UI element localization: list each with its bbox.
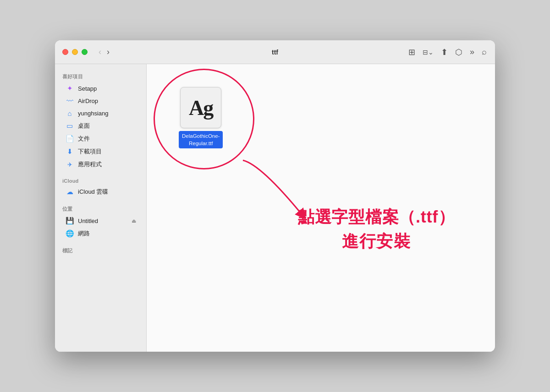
sidebar-item-downloads[interactable]: ⬇ 下載項目 — [58, 145, 143, 158]
arrow-graphic — [238, 156, 330, 224]
main-content: 喜好項目 ✦ Setapp 〰 AirDrop ⌂ yunghsiang ▭ 桌… — [55, 64, 495, 352]
sidebar-item-label: 下載項目 — [78, 147, 102, 156]
maximize-button[interactable] — [82, 49, 88, 55]
downloads-icon: ⬇ — [65, 147, 74, 156]
sidebar-item-label: 應用程式 — [78, 160, 102, 169]
more-icon[interactable]: » — [469, 46, 475, 58]
annotation: 點選字型檔案（.ttf） 進行安裝 — [298, 206, 455, 253]
annotation-line1: 點選字型檔案（.ttf） — [298, 206, 455, 229]
sidebar-item-network[interactable]: 🌐 網路 — [58, 227, 143, 240]
airdrop-icon: 〰 — [65, 97, 74, 105]
setapp-icon: ✦ — [65, 84, 74, 93]
sidebar-item-icloud[interactable]: ☁ iCloud 雲碟 — [58, 185, 143, 198]
favorites-label: 喜好項目 — [55, 71, 146, 82]
desktop-icon: ▭ — [65, 122, 74, 130]
finder-window: ‹ › ttf ⊞ ⊟⌄ ⬆ ⬡ » ⌕ 喜好項目 ✦ Setapp 〰 Air… — [55, 40, 495, 352]
close-button[interactable] — [62, 49, 68, 55]
sidebar-item-label: Setapp — [78, 85, 97, 92]
sidebar-item-label: 桌面 — [78, 122, 90, 130]
sidebar-item-label: AirDrop — [78, 98, 98, 104]
eject-icon[interactable]: ⏏ — [132, 218, 136, 224]
icloud-label: iCloud — [55, 175, 146, 185]
file-area: Ag DelaGothicOne- Regular.ttf 點選字型檔案（.t — [147, 64, 495, 352]
search-icon[interactable]: ⌕ — [481, 46, 488, 58]
sidebar-item-label: 網路 — [78, 229, 90, 238]
sidebar-item-untitled[interactable]: 💾 Untitled ⏏ — [58, 214, 143, 227]
annotation-line2: 進行安裝 — [298, 230, 455, 253]
sidebar-item-desktop[interactable]: ▭ 桌面 — [58, 120, 143, 132]
sidebar-item-applications[interactable]: ✈ 應用程式 — [58, 158, 143, 171]
window-title: ttf — [272, 49, 278, 56]
font-icon-text: Ag — [189, 96, 213, 120]
home-icon: ⌂ — [65, 109, 74, 117]
traffic-lights — [62, 49, 88, 55]
font-file-container[interactable]: Ag DelaGothicOne- Regular.ttf — [179, 87, 223, 148]
sidebar-item-setapp[interactable]: ✦ Setapp — [58, 82, 143, 95]
view-icon-grid[interactable]: ⊞ — [407, 46, 416, 58]
sidebar-item-home[interactable]: ⌂ yunghsiang — [58, 107, 143, 120]
back-button[interactable]: ‹ — [97, 46, 103, 58]
sidebar-item-documents[interactable]: 📄 文件 — [58, 132, 143, 145]
font-filename: DelaGothicOne- Regular.ttf — [179, 131, 223, 148]
icloud-icon: ☁ — [65, 188, 74, 196]
sidebar: 喜好項目 ✦ Setapp 〰 AirDrop ⌂ yunghsiang ▭ 桌… — [55, 64, 147, 352]
minimize-button[interactable] — [72, 49, 78, 55]
locations-label: 位置 — [55, 203, 146, 214]
toolbar-right: ⊞ ⊟⌄ ⬆ ⬡ » ⌕ — [407, 46, 488, 58]
sidebar-item-airdrop[interactable]: 〰 AirDrop — [58, 95, 143, 107]
forward-button[interactable]: › — [105, 46, 111, 58]
applications-icon: ✈ — [65, 161, 74, 168]
drive-icon: 💾 — [65, 217, 74, 225]
tag-icon[interactable]: ⬡ — [454, 46, 463, 58]
font-file-icon: Ag — [180, 87, 221, 128]
sidebar-item-label: 文件 — [78, 135, 90, 143]
view-icon-group[interactable]: ⊟⌄ — [422, 48, 434, 57]
sidebar-item-label: Untitled — [78, 218, 98, 224]
sidebar-item-label: yunghsiang — [78, 110, 109, 117]
sidebar-item-label: iCloud 雲碟 — [78, 188, 108, 196]
font-filename-line1: DelaGothicOne- — [182, 133, 220, 139]
network-icon: 🌐 — [65, 229, 74, 238]
share-icon[interactable]: ⬆ — [440, 46, 449, 58]
documents-icon: 📄 — [65, 135, 74, 143]
tags-label: 標記 — [55, 245, 146, 256]
font-filename-line2: Regular.ttf — [189, 141, 213, 146]
titlebar: ‹ › ttf ⊞ ⊟⌄ ⬆ ⬡ » ⌕ — [55, 40, 495, 64]
nav-buttons: ‹ › — [97, 46, 111, 58]
